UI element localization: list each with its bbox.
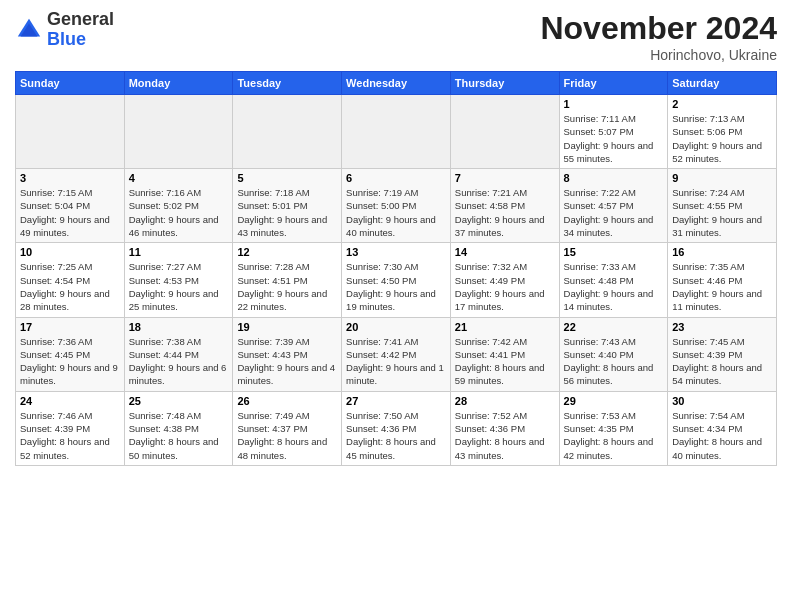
day-info: Sunrise: 7:54 AMSunset: 4:34 PMDaylight:… [672,409,772,462]
day-number: 10 [20,246,120,258]
month-title: November 2024 [540,10,777,47]
day-info: Sunrise: 7:35 AMSunset: 4:46 PMDaylight:… [672,260,772,313]
day-info: Sunrise: 7:21 AMSunset: 4:58 PMDaylight:… [455,186,555,239]
page: General Blue November 2024 Horinchovo, U… [0,0,792,612]
logo-icon [15,16,43,44]
weekday-header-wednesday: Wednesday [342,72,451,95]
day-info: Sunrise: 7:42 AMSunset: 4:41 PMDaylight:… [455,335,555,388]
day-cell: 18Sunrise: 7:38 AMSunset: 4:44 PMDayligh… [124,317,233,391]
day-number: 20 [346,321,446,333]
day-number: 18 [129,321,229,333]
day-number: 19 [237,321,337,333]
weekday-header-thursday: Thursday [450,72,559,95]
day-cell: 16Sunrise: 7:35 AMSunset: 4:46 PMDayligh… [668,243,777,317]
week-row-3: 10Sunrise: 7:25 AMSunset: 4:54 PMDayligh… [16,243,777,317]
day-number: 28 [455,395,555,407]
day-cell: 28Sunrise: 7:52 AMSunset: 4:36 PMDayligh… [450,391,559,465]
day-number: 12 [237,246,337,258]
logo-general: General [47,9,114,29]
day-number: 22 [564,321,664,333]
day-number: 2 [672,98,772,110]
weekday-header-sunday: Sunday [16,72,125,95]
day-number: 17 [20,321,120,333]
day-cell: 10Sunrise: 7:25 AMSunset: 4:54 PMDayligh… [16,243,125,317]
day-number: 1 [564,98,664,110]
day-cell: 24Sunrise: 7:46 AMSunset: 4:39 PMDayligh… [16,391,125,465]
day-cell: 3Sunrise: 7:15 AMSunset: 5:04 PMDaylight… [16,169,125,243]
day-cell: 20Sunrise: 7:41 AMSunset: 4:42 PMDayligh… [342,317,451,391]
day-cell: 9Sunrise: 7:24 AMSunset: 4:55 PMDaylight… [668,169,777,243]
day-info: Sunrise: 7:30 AMSunset: 4:50 PMDaylight:… [346,260,446,313]
day-number: 8 [564,172,664,184]
day-number: 11 [129,246,229,258]
day-cell: 1Sunrise: 7:11 AMSunset: 5:07 PMDaylight… [559,95,668,169]
day-number: 9 [672,172,772,184]
day-info: Sunrise: 7:11 AMSunset: 5:07 PMDaylight:… [564,112,664,165]
day-info: Sunrise: 7:53 AMSunset: 4:35 PMDaylight:… [564,409,664,462]
day-info: Sunrise: 7:15 AMSunset: 5:04 PMDaylight:… [20,186,120,239]
day-info: Sunrise: 7:24 AMSunset: 4:55 PMDaylight:… [672,186,772,239]
day-info: Sunrise: 7:45 AMSunset: 4:39 PMDaylight:… [672,335,772,388]
day-cell: 15Sunrise: 7:33 AMSunset: 4:48 PMDayligh… [559,243,668,317]
day-cell: 27Sunrise: 7:50 AMSunset: 4:36 PMDayligh… [342,391,451,465]
weekday-header-row: SundayMondayTuesdayWednesdayThursdayFrid… [16,72,777,95]
logo-text: General Blue [47,10,114,50]
day-number: 13 [346,246,446,258]
day-number: 30 [672,395,772,407]
weekday-header-monday: Monday [124,72,233,95]
title-block: November 2024 Horinchovo, Ukraine [540,10,777,63]
day-info: Sunrise: 7:39 AMSunset: 4:43 PMDaylight:… [237,335,337,388]
day-info: Sunrise: 7:43 AMSunset: 4:40 PMDaylight:… [564,335,664,388]
day-number: 25 [129,395,229,407]
day-number: 27 [346,395,446,407]
week-row-4: 17Sunrise: 7:36 AMSunset: 4:45 PMDayligh… [16,317,777,391]
day-cell: 12Sunrise: 7:28 AMSunset: 4:51 PMDayligh… [233,243,342,317]
day-info: Sunrise: 7:28 AMSunset: 4:51 PMDaylight:… [237,260,337,313]
day-cell: 22Sunrise: 7:43 AMSunset: 4:40 PMDayligh… [559,317,668,391]
weekday-header-tuesday: Tuesday [233,72,342,95]
day-info: Sunrise: 7:38 AMSunset: 4:44 PMDaylight:… [129,335,229,388]
day-info: Sunrise: 7:36 AMSunset: 4:45 PMDaylight:… [20,335,120,388]
weekday-header-saturday: Saturday [668,72,777,95]
day-cell: 19Sunrise: 7:39 AMSunset: 4:43 PMDayligh… [233,317,342,391]
day-info: Sunrise: 7:48 AMSunset: 4:38 PMDaylight:… [129,409,229,462]
day-cell: 8Sunrise: 7:22 AMSunset: 4:57 PMDaylight… [559,169,668,243]
day-number: 29 [564,395,664,407]
day-number: 15 [564,246,664,258]
day-cell: 5Sunrise: 7:18 AMSunset: 5:01 PMDaylight… [233,169,342,243]
day-cell: 11Sunrise: 7:27 AMSunset: 4:53 PMDayligh… [124,243,233,317]
day-cell: 26Sunrise: 7:49 AMSunset: 4:37 PMDayligh… [233,391,342,465]
day-cell: 23Sunrise: 7:45 AMSunset: 4:39 PMDayligh… [668,317,777,391]
day-info: Sunrise: 7:22 AMSunset: 4:57 PMDaylight:… [564,186,664,239]
day-cell: 13Sunrise: 7:30 AMSunset: 4:50 PMDayligh… [342,243,451,317]
day-cell: 2Sunrise: 7:13 AMSunset: 5:06 PMDaylight… [668,95,777,169]
day-info: Sunrise: 7:49 AMSunset: 4:37 PMDaylight:… [237,409,337,462]
day-cell: 21Sunrise: 7:42 AMSunset: 4:41 PMDayligh… [450,317,559,391]
day-info: Sunrise: 7:52 AMSunset: 4:36 PMDaylight:… [455,409,555,462]
day-info: Sunrise: 7:16 AMSunset: 5:02 PMDaylight:… [129,186,229,239]
day-number: 21 [455,321,555,333]
logo: General Blue [15,10,114,50]
day-number: 14 [455,246,555,258]
day-number: 23 [672,321,772,333]
day-cell: 7Sunrise: 7:21 AMSunset: 4:58 PMDaylight… [450,169,559,243]
day-info: Sunrise: 7:18 AMSunset: 5:01 PMDaylight:… [237,186,337,239]
day-cell [124,95,233,169]
day-info: Sunrise: 7:50 AMSunset: 4:36 PMDaylight:… [346,409,446,462]
day-info: Sunrise: 7:41 AMSunset: 4:42 PMDaylight:… [346,335,446,388]
day-cell: 6Sunrise: 7:19 AMSunset: 5:00 PMDaylight… [342,169,451,243]
day-info: Sunrise: 7:33 AMSunset: 4:48 PMDaylight:… [564,260,664,313]
day-info: Sunrise: 7:46 AMSunset: 4:39 PMDaylight:… [20,409,120,462]
location: Horinchovo, Ukraine [540,47,777,63]
day-number: 6 [346,172,446,184]
day-cell: 25Sunrise: 7:48 AMSunset: 4:38 PMDayligh… [124,391,233,465]
calendar: SundayMondayTuesdayWednesdayThursdayFrid… [15,71,777,466]
day-cell: 14Sunrise: 7:32 AMSunset: 4:49 PMDayligh… [450,243,559,317]
day-number: 3 [20,172,120,184]
day-cell: 29Sunrise: 7:53 AMSunset: 4:35 PMDayligh… [559,391,668,465]
day-cell: 30Sunrise: 7:54 AMSunset: 4:34 PMDayligh… [668,391,777,465]
day-number: 4 [129,172,229,184]
day-info: Sunrise: 7:32 AMSunset: 4:49 PMDaylight:… [455,260,555,313]
day-info: Sunrise: 7:27 AMSunset: 4:53 PMDaylight:… [129,260,229,313]
day-cell: 4Sunrise: 7:16 AMSunset: 5:02 PMDaylight… [124,169,233,243]
